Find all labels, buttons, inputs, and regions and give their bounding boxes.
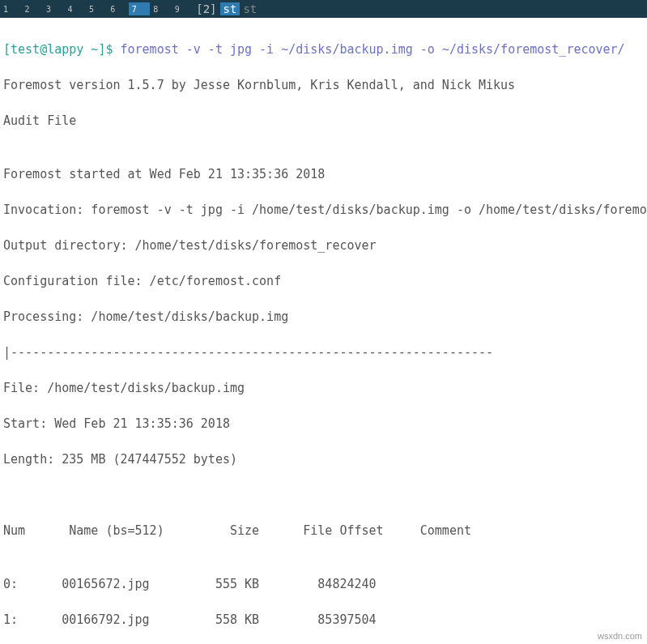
- window-tab-label: st: [243, 2, 257, 15]
- terminal-output[interactable]: [test@lappy ~]$ foremost -v -t jpg -i ~/…: [0, 18, 647, 644]
- workspace-indicator: [2]: [193, 2, 219, 15]
- workspace-tab-2[interactable]: 2: [21, 2, 42, 15]
- shell-prompt: [test@lappy ~]$: [3, 42, 121, 57]
- workspace-tabbar: 1 2 3 4 5 6 7 8 9 [2] st st: [0, 0, 647, 18]
- workspace-indicator-label: [2]: [196, 2, 216, 15]
- output-line: |---------------------------------------…: [3, 343, 644, 361]
- workspace-tab-1[interactable]: 1: [0, 2, 21, 15]
- workspace-tab-4[interactable]: 4: [64, 2, 85, 15]
- output-line: Output directory: /home/test/disks/forem…: [3, 237, 644, 254]
- window-tab-st-active[interactable]: st: [220, 2, 240, 15]
- watermark: wsxdn.com: [598, 631, 642, 641]
- output-line: Configuration file: /etc/foremost.conf: [3, 272, 644, 290]
- output-line: Foremost version 1.5.7 by Jesse Kornblum…: [3, 76, 644, 94]
- output-line: File: /home/test/disks/backup.img: [3, 379, 644, 397]
- output-line: Invocation: foremost -v -t jpg -i /home/…: [3, 201, 644, 219]
- prompt-line: [test@lappy ~]$ foremost -v -t jpg -i ~/…: [3, 41, 644, 58]
- table-header: Num Name (bs=512) Size File Offset Comme…: [3, 522, 644, 540]
- output-line: Length: 235 MB (247447552 bytes): [3, 450, 644, 468]
- workspace-tab-9[interactable]: 9: [172, 2, 193, 15]
- output-line: Foremost started at Wed Feb 21 13:35:36 …: [3, 165, 644, 183]
- table-row: 0: 00165672.jpg 555 KB 84824240: [3, 575, 644, 593]
- workspace-tab-6[interactable]: 6: [107, 2, 128, 15]
- output-line: Start: Wed Feb 21 13:35:36 2018: [3, 415, 644, 433]
- table-row: 1: 00166792.jpg 558 KB 85397504: [3, 611, 644, 629]
- workspace-tab-7[interactable]: 7: [129, 2, 150, 15]
- workspace-tab-3[interactable]: 3: [43, 2, 64, 15]
- window-tab-label: st: [223, 2, 237, 15]
- output-line: Processing: /home/test/disks/backup.img: [3, 308, 644, 326]
- workspace-tab-5[interactable]: 5: [86, 2, 107, 15]
- output-line: [3, 486, 644, 504]
- shell-command: foremost -v -t jpg -i ~/disks/backup.img…: [121, 42, 625, 57]
- workspace-tab-8[interactable]: 8: [150, 2, 171, 15]
- output-line: Audit File: [3, 112, 644, 130]
- window-tab-st[interactable]: st: [240, 2, 260, 15]
